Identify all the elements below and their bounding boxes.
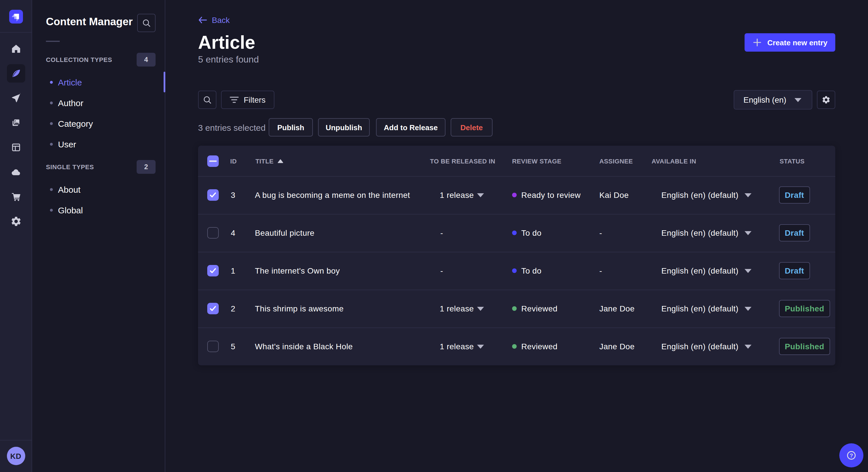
svg-text:?: ? (849, 452, 853, 459)
